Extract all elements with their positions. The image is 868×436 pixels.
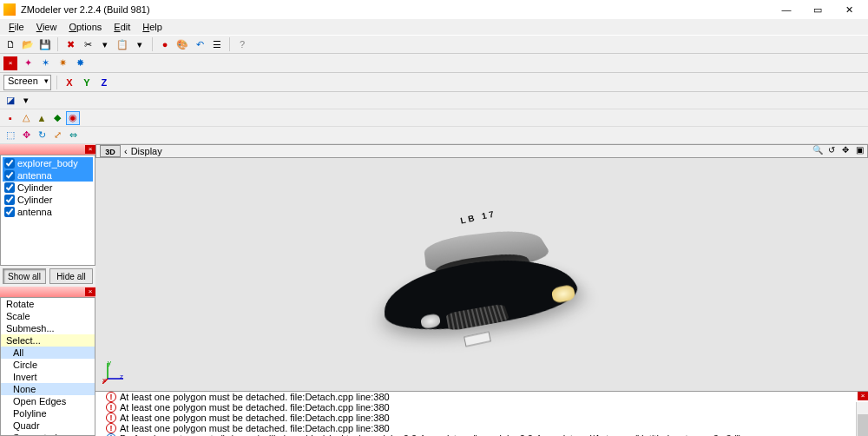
object-checkbox[interactable] [4, 170, 15, 181]
tools-list[interactable]: RotateScaleSubmesh...Select...AllCircleI… [0, 297, 95, 436]
manip-toolbar: ⬚ ✥ ↻ ⤢ ⇔ [0, 127, 868, 144]
dropdown-icon[interactable]: ▾ [19, 94, 33, 108]
left-column: × explorer_bodyantennaCylinderCylinderan… [0, 144, 95, 436]
help-icon[interactable]: ? [235, 37, 249, 51]
viewport-header: 3D ‹ Display 🔍 ↺ ✥ ▣ [95, 144, 868, 158]
tool-item[interactable]: Separated [1, 432, 95, 436]
separator [152, 37, 153, 51]
minimize-button[interactable]: — [771, 0, 802, 19]
tool-item[interactable]: None [1, 383, 95, 395]
model-preview: LB 17 [373, 203, 590, 351]
tool-item[interactable]: Scale [1, 310, 95, 322]
axis-gizmo: y z x [102, 358, 128, 384]
object-item[interactable]: antenna [3, 206, 93, 218]
tool-item[interactable]: Submesh... [1, 322, 95, 334]
obj-mode-icon[interactable]: ◉ [66, 111, 80, 125]
zoom-icon[interactable]: 🔍 [812, 145, 824, 157]
tool-item[interactable]: Invert [1, 371, 95, 383]
object-item[interactable]: Cylinder [3, 194, 93, 206]
panel-close-icon[interactable]: × [85, 287, 95, 296]
separator [229, 37, 230, 51]
select-tool-icon[interactable]: ⬚ [3, 129, 17, 142]
move-tool-icon[interactable]: ✥ [19, 129, 33, 142]
open-icon[interactable]: 📂 [21, 37, 35, 51]
tool-item[interactable]: Circle [1, 359, 95, 371]
object-checkbox[interactable] [4, 207, 15, 217]
menu-view[interactable]: View [31, 22, 62, 32]
new-icon[interactable]: 🗋 [3, 37, 17, 51]
tool-icon[interactable]: ✸ [73, 56, 87, 70]
object-item[interactable]: antenna [3, 169, 93, 182]
vertex-mode-icon[interactable]: ▪ [3, 111, 17, 125]
menu-file[interactable]: File [3, 22, 30, 32]
tool-item[interactable]: All [1, 347, 95, 359]
log-line: !At least one polygon must be detached. … [95, 392, 868, 402]
cube-icon[interactable]: ◪ [3, 94, 17, 108]
close-panel-icon[interactable]: × [3, 56, 17, 70]
tool-icon[interactable]: ✦ [21, 56, 35, 70]
viewport-canvas[interactable]: LB 17 y z x [95, 158, 868, 391]
materials-icon[interactable]: 🎨 [175, 37, 189, 51]
object-item[interactable]: explorer_body [3, 157, 93, 169]
paste-icon[interactable]: 📋 [115, 37, 129, 51]
delete-icon[interactable]: ✖ [63, 37, 77, 51]
pan-icon[interactable]: ✥ [839, 145, 852, 157]
tool-item[interactable]: Open Edges [1, 395, 95, 407]
tool-icon[interactable]: ✶ [38, 56, 52, 70]
dropdown-icon[interactable]: ▾ [133, 37, 147, 51]
tool-icon[interactable]: ✷ [56, 56, 69, 70]
tool-item[interactable]: Quadr [1, 419, 95, 432]
undo-icon[interactable]: ↶ [193, 37, 207, 51]
axis-y-button[interactable]: Y [80, 76, 94, 89]
tool-item[interactable]: Rotate [1, 298, 95, 310]
menu-help[interactable]: Help [137, 22, 168, 32]
axis-z-button[interactable]: Z [97, 76, 111, 89]
maximize-viewport-icon[interactable]: ▣ [853, 145, 865, 157]
poly-mode-icon[interactable]: ◆ [50, 111, 64, 125]
axis-x-button[interactable]: X [62, 76, 76, 89]
screen-dropdown[interactable]: Screen [3, 75, 51, 90]
hide-all-button[interactable]: Hide all [49, 268, 93, 284]
tool-item[interactable]: Polyline [1, 407, 95, 419]
menu-edit[interactable]: Edit [108, 22, 135, 32]
object-name: Cylinder [17, 195, 52, 205]
object-item[interactable]: Cylinder [3, 182, 93, 194]
object-checkbox[interactable] [4, 158, 15, 168]
close-button[interactable]: ✕ [833, 0, 865, 19]
main-area: × explorer_bodyantennaCylinderCylinderan… [0, 144, 868, 436]
viewport: 3D ‹ Display 🔍 ↺ ✥ ▣ LB 17 [95, 144, 868, 436]
tool-item[interactable]: Select... [1, 334, 95, 347]
object-checkbox[interactable] [4, 195, 15, 205]
rotate-tool-icon[interactable]: ↻ [35, 129, 49, 142]
mirror-tool-icon[interactable]: ⇔ [66, 129, 80, 142]
viewport-mode-badge[interactable]: 3D [100, 145, 121, 157]
log-close-icon[interactable]: × [858, 392, 868, 400]
view-toolbar: Screen X Y Z [0, 73, 868, 92]
viewport-display-label[interactable]: Display [128, 146, 166, 156]
panel-close-icon[interactable]: × [85, 145, 95, 154]
roof-text: LB 17 [459, 208, 497, 226]
record-icon[interactable]: ● [158, 37, 172, 51]
show-hide-row: Show all Hide all [0, 266, 95, 287]
log-scrollbar[interactable] [856, 402, 868, 436]
face-mode-icon[interactable]: ▲ [35, 111, 49, 125]
show-all-button[interactable]: Show all [3, 268, 46, 284]
edge-mode-icon[interactable]: △ [19, 111, 33, 125]
object-checkbox[interactable] [4, 182, 15, 193]
reset-icon[interactable]: ↺ [825, 145, 838, 157]
cut-icon[interactable]: ✂ [81, 37, 95, 51]
scrollbar-thumb[interactable] [858, 414, 868, 436]
gizmo-y-label: y [108, 359, 111, 367]
objects-list[interactable]: explorer_bodyantennaCylinderCylinderante… [0, 155, 95, 266]
log-line: !At least one polygon must be detached. … [95, 402, 868, 413]
scale-tool-icon[interactable]: ⤢ [50, 129, 64, 142]
dropdown-icon[interactable]: ▾ [98, 37, 112, 51]
save-icon[interactable]: 💾 [38, 37, 52, 51]
separator [56, 76, 57, 89]
viewport-icons: 🔍 ↺ ✥ ▣ [812, 145, 867, 157]
menu-options[interactable]: Options [63, 22, 107, 32]
maximize-button[interactable]: ▭ [802, 0, 833, 19]
settings-icon[interactable]: ☰ [210, 37, 224, 51]
window-title: ZModeler ver 2.2.4 (Build 981) [21, 4, 771, 15]
separator [57, 37, 58, 51]
